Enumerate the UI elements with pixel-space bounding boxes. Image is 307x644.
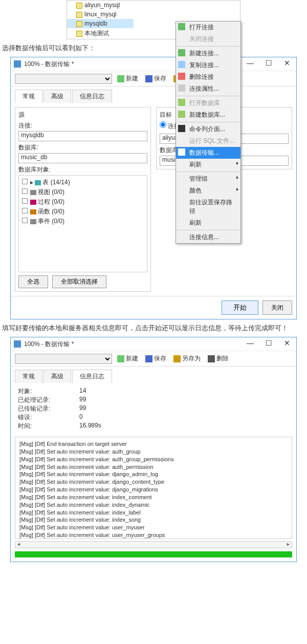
app-icon [14, 340, 21, 348]
menu-command-interface[interactable]: 命令列介面... [176, 123, 240, 135]
save-button[interactable]: 保存 [143, 353, 168, 364]
menu-data-transfer[interactable]: 数据传输... [176, 147, 240, 159]
tree-item[interactable]: mysqldb [67, 19, 134, 28]
stat-objects-label: 对象: [18, 387, 79, 396]
tab-advanced[interactable]: 高级 [43, 90, 71, 103]
transfer-icon [178, 148, 185, 156]
terminal-icon [178, 125, 185, 132]
log-line: [Msg] [Dtf] Set auto increment value: au… [19, 456, 288, 463]
new-button[interactable]: 新建 [115, 73, 140, 84]
connection-tree-panel: aliyun_mysqllinux_mysqlmysqldb本地测试 打开连接 … [67, 0, 240, 39]
menu-refresh[interactable]: 刷新 [176, 159, 240, 170]
stat-processed-value: 99 [79, 396, 86, 404]
menu-color[interactable]: 颜色 [176, 185, 240, 197]
tree-item[interactable]: linux_mysql [67, 10, 134, 19]
menu-delete-connection[interactable]: 删除连接 [176, 71, 240, 83]
minimize-button[interactable]: — [244, 339, 256, 349]
log-line: [Msg] [Dtf] Set auto increment value: dj… [19, 478, 288, 486]
new-icon [178, 49, 185, 56]
checkbox-icon[interactable] [22, 208, 28, 213]
caption-1: 选择数据传输后可以看到如下： [2, 44, 305, 53]
object-item[interactable]: 视图 (0/0) [21, 187, 145, 197]
source-conn-select[interactable]: mysqldb [18, 131, 147, 141]
tab-advanced[interactable]: 高级 [43, 370, 71, 383]
source-conn-label: 连接: [18, 121, 147, 130]
copy-icon [178, 61, 185, 68]
db-icon [76, 21, 82, 27]
object-type-icon [30, 190, 36, 195]
object-item[interactable]: ▸ 表 (14/14) [21, 178, 145, 187]
checkbox-icon[interactable] [22, 218, 28, 223]
object-item[interactable]: 函数 (0/0) [21, 207, 145, 217]
checkbox-icon[interactable] [22, 188, 28, 194]
menu-run-sql-file: 运行 SQL 文件... [176, 135, 240, 147]
delete-button[interactable]: 删除 [206, 353, 231, 364]
profile-select[interactable] [15, 74, 112, 84]
close-dialog-button[interactable]: 关闭 [262, 300, 292, 315]
log-line: [Msg] [Dtf] Set auto increment value: au… [19, 448, 288, 456]
new-icon [117, 355, 124, 362]
source-db-select[interactable]: music_db [18, 153, 147, 163]
menu-close-connection: 关闭连接 [176, 33, 240, 45]
tab-log[interactable]: 信息日志 [72, 90, 112, 103]
minimize-button[interactable]: — [244, 59, 256, 69]
profile-select[interactable] [15, 354, 112, 364]
checkbox-icon[interactable] [22, 198, 28, 204]
select-all-button[interactable]: 全选 [18, 275, 48, 288]
db-icon [76, 12, 82, 18]
start-button[interactable]: 开始 [222, 300, 258, 315]
menu-connection-properties[interactable]: 连接属性... [176, 83, 240, 95]
close-button[interactable]: ✕ [281, 59, 293, 69]
menu-open-connection[interactable]: 打开连接 [176, 22, 240, 33]
menu-open-database: 打开数据库 [176, 97, 240, 109]
progress-bar [15, 551, 292, 557]
save-button[interactable]: 保存 [143, 73, 168, 84]
close-button[interactable]: ✕ [281, 339, 293, 349]
chevron-right-icon [236, 162, 238, 165]
toolbar: 新建 保存 另存为 删除 [11, 71, 296, 87]
new-db-icon [178, 111, 185, 118]
tab-log[interactable]: 信息日志 [72, 370, 112, 383]
object-tree[interactable]: ▸ 表 (14/14)视图 (0/0)过程 (0/0)函数 (0/0)事件 (0… [18, 175, 147, 272]
log-line: [Msg] [Dtf] Set auto increment value: au… [19, 463, 288, 471]
checkbox-icon[interactable] [22, 179, 28, 184]
horizontal-scrollbar[interactable] [15, 541, 292, 548]
log-line: [Msg] [Dtf] Set auto increment value: in… [19, 493, 288, 501]
titlebar: 100% - 数据传输 * — ☐ ✕ [11, 337, 296, 351]
menu-manage-group[interactable]: 管理组 [176, 173, 240, 185]
tree-item[interactable]: aliyun_mysql [67, 1, 134, 10]
save-as-button[interactable]: 另存为 [171, 353, 203, 364]
log-box[interactable]: [Msg] [Dtf] End transaction on target se… [15, 437, 292, 539]
new-button[interactable]: 新建 [115, 353, 140, 364]
object-item[interactable]: 过程 (0/0) [21, 197, 145, 207]
maximize-button[interactable]: ☐ [262, 59, 275, 69]
save-icon [145, 355, 152, 362]
menu-refresh2[interactable]: 刷新 [176, 217, 240, 229]
menu-goto-save-path[interactable]: 前往设置保存路径 [176, 197, 240, 217]
save-icon [145, 75, 152, 82]
menu-connection-info[interactable]: 连接信息... [176, 231, 240, 243]
chevron-right-icon [236, 188, 238, 191]
context-menu: 打开连接 关闭连接 新建连接... 复制连接... 删除连接 连接属性... 打… [176, 21, 241, 244]
object-type-icon [30, 200, 36, 205]
menu-new-database[interactable]: 新建数据库... [176, 109, 240, 121]
delete-icon [208, 355, 215, 362]
stat-time-value: 16.989s [79, 422, 101, 431]
maximize-button[interactable]: ☐ [262, 339, 275, 349]
tree-item[interactable]: 本地测试 [67, 28, 134, 39]
log-line: [Msg] [Dtf] Set auto increment value: us… [19, 531, 288, 539]
log-line: [Msg] [Dtf] Set auto increment value: in… [19, 501, 288, 509]
object-type-icon [35, 180, 41, 185]
deselect-all-button[interactable]: 全部取消选择 [52, 275, 106, 288]
titlebar: 100% - 数据传输 * — ☐ ✕ [11, 57, 296, 71]
log-line: [Msg] [Dtf] Set auto increment value: in… [19, 516, 288, 524]
log-line: [Msg] [Dtf] Set auto increment value: dj… [19, 486, 288, 493]
properties-icon [178, 84, 185, 92]
stat-objects-value: 14 [79, 387, 86, 396]
object-item[interactable]: 事件 (0/0) [21, 217, 145, 226]
menu-new-connection[interactable]: 新建连接... [176, 48, 240, 59]
menu-duplicate-connection[interactable]: 复制连接... [176, 59, 240, 71]
tab-general[interactable]: 常规 [15, 370, 42, 383]
stat-transferred-label: 已传输记录: [18, 404, 79, 413]
tab-general[interactable]: 常规 [15, 90, 42, 103]
